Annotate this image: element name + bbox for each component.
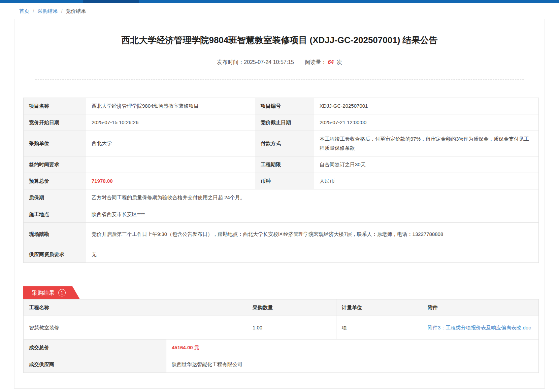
- procurement-result-badge: 采购结果 1: [23, 286, 80, 299]
- field-label: 质保期: [24, 189, 86, 206]
- table-row: 竞价开始日期 2025-07-15 10:26:26 竞价截止日期 2025-0…: [24, 114, 539, 131]
- field-value: 人民币: [314, 173, 539, 189]
- field-value: XDJJ-GC-202507001: [314, 98, 539, 114]
- table-row: 施工地点 陕西省西安市长安区****: [24, 206, 539, 222]
- announcement-meta: 发布时间：2025-07-24 10:57:15 阅读量：64 次: [35, 59, 524, 80]
- result-data-row: 智慧教室装修 1.00 项 附件3：工程类分项报价表及响应偏离表改.doc: [24, 316, 539, 340]
- table-row: 签约时间要求 工程期限 自合同签订之日30天: [24, 156, 539, 173]
- breadcrumb-current: 竞价结果: [66, 8, 86, 14]
- field-value: 2025-07-15 10:26:26: [86, 114, 255, 131]
- table-row: 项目名称 西北大学经济管理学院9804班智慧教室装修项目 项目编号 XDJJ-G…: [24, 98, 539, 114]
- field-value: 无: [86, 246, 539, 262]
- field-label: 竞价截止日期: [255, 114, 314, 131]
- attachment-link[interactable]: 附件3：工程类分项报价表及响应偏离表改.doc: [428, 325, 531, 330]
- field-value: 乙方对合同工程的质量保修期为验收合格并交付使用之日起 24个月。: [86, 189, 539, 206]
- table-row: 预算总价 71970.00 币种 人民币: [24, 173, 539, 189]
- publish-time: 发布时间：2025-07-24 10:57:15: [217, 59, 294, 65]
- field-value: 本工程竣工验收合格后，付至审定价款的97%，留审定金额的3%作为质保金，质保金支…: [314, 131, 539, 156]
- table-row: 现场踏勘 竞价开启后第三个工作日上午9:30（包含公告发布日），踏勘地点：西北大…: [24, 222, 539, 246]
- total-price-value: 45164.00 元: [166, 340, 539, 356]
- unit-value: 项: [336, 316, 422, 340]
- field-label: 项目名称: [24, 98, 86, 114]
- field-label: 签约时间要求: [24, 156, 86, 173]
- field-label: 采购单位: [24, 131, 86, 156]
- field-label: 竞价开始日期: [24, 114, 86, 131]
- badge-label: 采购结果: [32, 289, 55, 297]
- field-label: 币种: [255, 173, 314, 189]
- breadcrumb-section-link[interactable]: 采购结果: [37, 8, 58, 14]
- table-row: 供应商资质要求 无: [24, 246, 539, 262]
- views-count: 64: [328, 59, 334, 65]
- field-value: [86, 156, 255, 173]
- budget-total-value: 71970.00: [86, 173, 255, 189]
- field-label: 预算总价: [24, 173, 86, 189]
- field-value: 西北大学经济管理学院9804班智慧教室装修项目: [86, 98, 255, 114]
- field-label: 工程期限: [255, 156, 314, 173]
- table-row: 成交供应商 陕西世华达智能化工程有限公司: [24, 356, 539, 372]
- field-label: 项目编号: [255, 98, 314, 114]
- column-header: 计量单位: [336, 299, 422, 316]
- announcement-card: 西北大学经济管理学院9804班智慧教室装修项目 (XDJJ-GC-2025070…: [14, 19, 545, 389]
- table-row: 质保期 乙方对合同工程的质量保修期为验收合格并交付使用之日起 24个月。: [24, 189, 539, 206]
- top-nav-active-segment: [83, 0, 139, 3]
- column-header: 采购数量: [247, 299, 336, 316]
- quantity-value: 1.00: [247, 316, 336, 340]
- field-value: 竞价开启后第三个工作日上午9:30（包含公告发布日），踏勘地点：西北大学长安校区…: [86, 222, 539, 246]
- project-info-table: 项目名称 西北大学经济管理学院9804班智慧教室装修项目 项目编号 XDJJ-G…: [23, 98, 539, 263]
- field-label: 供应商资质要求: [24, 246, 86, 262]
- breadcrumb: 首页 / 采购结果 / 竞价结果: [0, 3, 559, 19]
- supplier-value: 陕西世华达智能化工程有限公司: [166, 356, 539, 372]
- field-value: 自合同签订之日30天: [314, 156, 539, 173]
- page-title: 西北大学经济管理学院9804班智慧教室装修项目 (XDJJ-GC-2025070…: [35, 35, 524, 46]
- column-header: 附件: [422, 299, 539, 316]
- breadcrumb-separator: /: [33, 8, 34, 14]
- field-value: 西北大学: [86, 131, 255, 156]
- project-item-name: 智慧教室装修: [24, 316, 247, 340]
- breadcrumb-home-link[interactable]: 首页: [19, 8, 29, 14]
- field-value: 陕西省西安市长安区****: [86, 206, 539, 222]
- total-price-label: 成交总价: [24, 340, 166, 356]
- column-header: 工程名称: [24, 299, 247, 316]
- result-header-row: 工程名称 采购数量 计量单位 附件: [24, 299, 539, 316]
- table-row: 成交总价 45164.00 元: [24, 340, 539, 356]
- field-label: 施工地点: [24, 206, 86, 222]
- announcement-header: 西北大学经济管理学院9804班智慧教室装修项目 (XDJJ-GC-2025070…: [14, 19, 545, 80]
- result-table: 工程名称 采购数量 计量单位 附件 智慧教室装修 1.00 项 附件3：工程类分…: [23, 299, 539, 340]
- field-label: 现场踏勘: [24, 222, 86, 246]
- top-nav-bar: [0, 0, 559, 3]
- field-value: 2025-07-21 12:00:00: [314, 114, 539, 131]
- supplier-label: 成交供应商: [24, 356, 166, 372]
- table-row: 采购单位 西北大学 付款方式 本工程竣工验收合格后，付至审定价款的97%，留审定…: [24, 131, 539, 156]
- result-summary-table: 成交总价 45164.00 元 成交供应商 陕西世华达智能化工程有限公司: [23, 339, 539, 373]
- views: 阅读量：64 次: [305, 59, 342, 65]
- badge-count: 1: [58, 289, 66, 296]
- attachment-cell: 附件3：工程类分项报价表及响应偏离表改.doc: [422, 316, 539, 340]
- breadcrumb-separator: /: [61, 8, 62, 14]
- field-label: 付款方式: [255, 131, 314, 156]
